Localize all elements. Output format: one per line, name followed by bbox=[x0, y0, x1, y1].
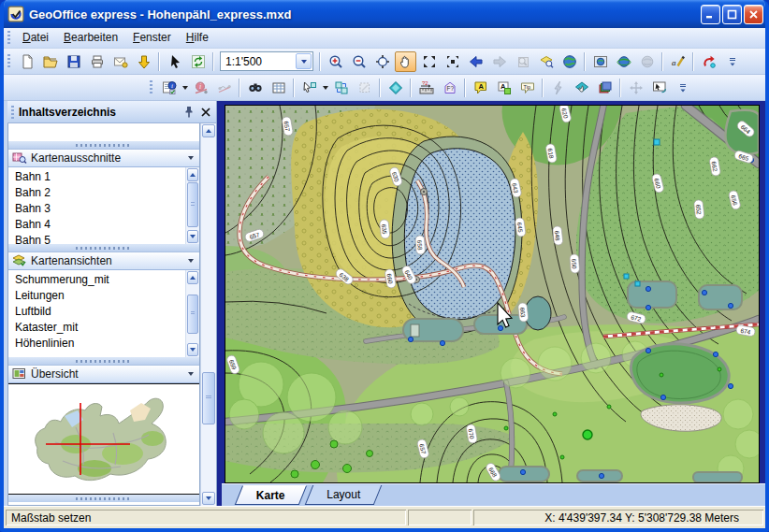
menu-bearbeiten[interactable]: Bearbeiten bbox=[56, 29, 125, 47]
list-item[interactable]: Bahn 4 bbox=[8, 216, 184, 232]
toolbar-grip[interactable] bbox=[150, 80, 152, 95]
toolbar-overflow-button[interactable] bbox=[672, 78, 693, 98]
select-features-button[interactable] bbox=[330, 78, 352, 98]
layer-manager-button[interactable] bbox=[594, 78, 616, 98]
scroll-down-icon[interactable] bbox=[202, 492, 215, 505]
attribute-table-button[interactable] bbox=[268, 78, 289, 98]
list-item[interactable]: Höhenlinien bbox=[8, 335, 184, 351]
chevron-down-icon[interactable] bbox=[188, 156, 194, 160]
pin-icon[interactable] bbox=[181, 105, 196, 119]
overview-map[interactable] bbox=[8, 383, 199, 495]
scroll-up-icon[interactable] bbox=[202, 124, 215, 137]
scale-value[interactable]: 1:1'500 bbox=[221, 55, 296, 68]
scroll-thumb[interactable] bbox=[202, 372, 215, 424]
snap-tool-button[interactable] bbox=[698, 51, 719, 72]
scroll-down-icon[interactable] bbox=[187, 230, 198, 243]
section-header-uebersicht[interactable]: Übersicht bbox=[8, 365, 199, 383]
overview-map-image[interactable] bbox=[10, 386, 197, 492]
maximize-button[interactable] bbox=[722, 5, 742, 24]
panel-scrollbar[interactable] bbox=[200, 123, 216, 506]
zoom-to-layer-button[interactable] bbox=[535, 51, 557, 72]
new-document-button[interactable] bbox=[16, 51, 37, 72]
sketch-tool-button[interactable]: a bbox=[667, 51, 689, 72]
zoom-out-button[interactable] bbox=[348, 51, 370, 72]
menu-fenster[interactable]: Fenster bbox=[125, 29, 179, 47]
panel-grip[interactable] bbox=[11, 106, 14, 119]
scroll-thumb[interactable] bbox=[187, 182, 198, 227]
fixed-zoom-out-icon bbox=[445, 54, 460, 69]
chevron-down-icon[interactable] bbox=[188, 372, 194, 376]
swipe-layer-button[interactable] bbox=[571, 78, 592, 98]
identify-button[interactable]: i bbox=[158, 78, 180, 98]
zoom-in-button[interactable] bbox=[325, 51, 346, 72]
select-elements-button[interactable] bbox=[164, 51, 185, 72]
select-graphics-button[interactable] bbox=[298, 78, 320, 98]
globe-view-button[interactable] bbox=[613, 51, 634, 72]
scale-combo[interactable]: 1:1'500 bbox=[220, 51, 313, 71]
save-document-button[interactable] bbox=[63, 51, 84, 72]
list-item[interactable]: Kataster_mit bbox=[8, 319, 184, 335]
list-item[interactable]: Bahn 2 bbox=[8, 184, 184, 200]
panel-header[interactable]: Inhaltsverzeichnis bbox=[7, 101, 216, 123]
measure-button[interactable]: ?2 bbox=[415, 78, 437, 98]
list-item[interactable]: Bahn 3 bbox=[8, 200, 184, 216]
toolbar-grip[interactable] bbox=[7, 54, 10, 69]
list-scrollbar[interactable] bbox=[185, 167, 199, 244]
tab-layout[interactable]: Layout bbox=[304, 485, 382, 505]
chevron-down-icon[interactable] bbox=[188, 259, 194, 263]
go-back-extent-button[interactable] bbox=[465, 51, 486, 72]
svg-text:648: 648 bbox=[554, 230, 561, 241]
link-cursor-button[interactable] bbox=[648, 78, 670, 98]
print-button[interactable] bbox=[86, 51, 108, 72]
spatial-bookmark-button[interactable] bbox=[384, 78, 406, 98]
list-item[interactable]: Luftbild bbox=[8, 303, 184, 319]
identify-dropdown-icon[interactable] bbox=[181, 78, 189, 98]
list-item[interactable]: Leitungen bbox=[8, 287, 184, 303]
select-graphics-dropdown-icon[interactable] bbox=[321, 78, 329, 98]
map-tips-button[interactable]: Tip bbox=[516, 78, 538, 98]
scroll-up-icon[interactable] bbox=[187, 271, 198, 284]
minimize-button[interactable] bbox=[701, 5, 720, 24]
list-item[interactable]: Schummerung_mit bbox=[8, 271, 184, 287]
toolbar-separator bbox=[410, 79, 412, 97]
toolbar-overflow-button[interactable] bbox=[721, 51, 743, 72]
close-button[interactable] bbox=[744, 5, 763, 24]
list-item[interactable]: Bahn 5 bbox=[8, 232, 184, 248]
scroll-down-icon[interactable] bbox=[187, 343, 198, 356]
full-extent-globe-button[interactable] bbox=[559, 51, 580, 72]
splitter-handle[interactable] bbox=[8, 357, 199, 365]
clear-selection-icon bbox=[357, 80, 372, 95]
list-item[interactable]: Bahn 1 bbox=[8, 168, 184, 184]
scroll-thumb[interactable] bbox=[187, 295, 198, 334]
scale-dropdown-icon[interactable] bbox=[296, 53, 312, 69]
close-panel-icon[interactable] bbox=[198, 105, 213, 119]
refresh-view-button[interactable] bbox=[187, 51, 209, 72]
find-button[interactable] bbox=[244, 78, 266, 98]
title-bar[interactable]: GeoOffice express - Hohenpähl_express.mx… bbox=[0, 0, 769, 28]
menu-grip[interactable] bbox=[7, 31, 10, 46]
menu-hilfe[interactable]: Hilfe bbox=[179, 29, 216, 47]
pan-button[interactable] bbox=[395, 51, 416, 72]
export-download-button[interactable] bbox=[133, 51, 154, 72]
svg-text:i: i bbox=[198, 82, 200, 91]
scroll-up-icon[interactable] bbox=[187, 168, 198, 181]
annotation-button[interactable]: A bbox=[493, 78, 515, 98]
fixed-zoom-in-button[interactable] bbox=[418, 51, 440, 72]
section-title: Kartenausschnitte bbox=[31, 151, 188, 165]
list-scrollbar[interactable] bbox=[185, 270, 199, 357]
tab-karte[interactable]: Karte bbox=[235, 485, 307, 505]
menu-datei[interactable]: Datei bbox=[15, 29, 56, 47]
section-header-kartenansichten[interactable]: Kartenansichten bbox=[8, 252, 199, 270]
section-header-kartenausschnitte[interactable]: Kartenausschnitte bbox=[8, 149, 199, 167]
measure-icon: ?2 bbox=[419, 80, 434, 95]
viewer-window-button[interactable] bbox=[589, 51, 611, 72]
send-mail-button[interactable] bbox=[109, 51, 131, 72]
fixed-zoom-out-button[interactable] bbox=[442, 51, 463, 72]
map-canvas[interactable]: 6576306356386406436456486506206186606526… bbox=[225, 106, 759, 482]
identify-location-button[interactable]: F? bbox=[439, 78, 460, 98]
splitter-handle[interactable] bbox=[8, 141, 199, 149]
label-button[interactable]: A bbox=[470, 78, 491, 98]
splitter-handle[interactable] bbox=[8, 495, 199, 502]
open-document-button[interactable] bbox=[39, 51, 61, 72]
zoom-full-extent-button[interactable] bbox=[371, 51, 393, 72]
